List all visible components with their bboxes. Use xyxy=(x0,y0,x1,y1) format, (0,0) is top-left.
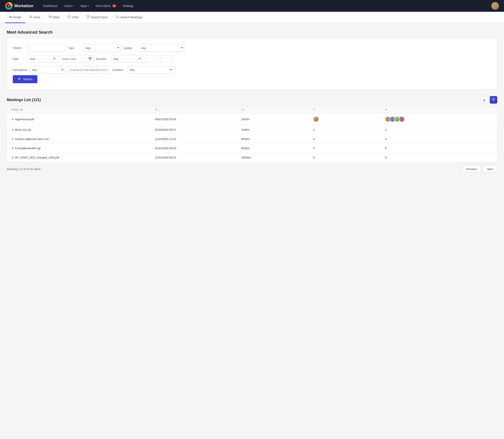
tab-gmail-label: Gmail xyxy=(13,15,21,19)
logo[interactable]: ⚡ Workalizer xyxy=(5,2,33,10)
cell-quality-4: 5 xyxy=(313,147,385,150)
drive-icon xyxy=(29,15,32,19)
cell-title-2: 🖥 Book 1(1).xls xyxy=(11,128,155,131)
meetings-actions xyxy=(481,96,497,104)
participants-label: Participants xyxy=(13,68,27,72)
pagination-info: Showing 1 to 10 of 20 alerts xyxy=(7,168,41,171)
col-header-participants[interactable] xyxy=(385,109,493,111)
date-label: Date xyxy=(13,57,25,61)
tab-gmail[interactable]: ✉ Gmail xyxy=(5,12,25,23)
nav-label-docs-alerts: Docs Alerts xyxy=(96,4,111,8)
tab-meet[interactable]: Meet xyxy=(45,12,64,23)
meetings-section: Meetings List (121) TITLE / ID ↕ xyxy=(7,96,497,176)
date-picker-input[interactable] xyxy=(60,55,94,63)
nav-item-users[interactable]: Users ▾ xyxy=(61,2,77,9)
tab-chat[interactable]: Chat xyxy=(64,12,82,23)
next-button[interactable]: Next xyxy=(483,166,497,172)
type-select[interactable]: Any Meeting Webinar Call xyxy=(83,44,121,52)
download-button[interactable] xyxy=(481,96,488,104)
title-id-label: Title/ID xyxy=(13,47,25,49)
table-row[interactable]: 🖥 forward statement item 2.txt 11/13/202… xyxy=(7,134,497,144)
tab-drive-label: Drive xyxy=(34,15,41,19)
pagination-buttons: Previous Next xyxy=(462,166,497,172)
participants-anyone-input[interactable] xyxy=(68,66,110,73)
top-navigation: ⚡ Workalizer Dashboard Users ▾ Apps ▾ Do… xyxy=(0,0,504,12)
duration-to-input[interactable]: 60 xyxy=(160,55,173,63)
logo-text: Workalizer xyxy=(14,4,33,8)
cell-quality-2: 3 xyxy=(313,128,385,131)
file-icon-1: 🖥 xyxy=(11,118,14,121)
search-button[interactable]: 🔍 Search xyxy=(13,75,37,83)
filter-button[interactable] xyxy=(490,96,497,104)
table-header: TITLE / ID ↕ ↕ xyxy=(7,106,497,113)
date-select[interactable]: Any Today Yesterday Last 7 Days Last 30 … xyxy=(28,55,57,63)
cell-duration-2: 1h00m xyxy=(241,128,313,131)
table-row[interactable]: 🖥 legal-tenure.pdf 06/07/2020 03:34 1h55… xyxy=(7,113,497,125)
nav-links: Dashboard Users ▾ Apps ▾ Docs Alerts 4 S… xyxy=(40,2,492,9)
duration-from-input[interactable]: 0 xyxy=(145,55,158,63)
gmail-icon: ✉ xyxy=(9,15,12,19)
table-row[interactable]: 🖥 DF_ASKD_UED_changed_2393.pdf 11/01/202… xyxy=(7,153,497,162)
tab-chat-label: Chat xyxy=(72,15,78,19)
activities-select[interactable]: Any Screen Share Recording Chat xyxy=(128,66,174,73)
meetings-title: Meetings List (121) xyxy=(7,98,41,102)
quality-select[interactable]: Any High Medium Low xyxy=(139,44,185,52)
tab-search-docs[interactable]: Search Docs xyxy=(82,12,112,23)
search-button-icon: 🔍 xyxy=(18,78,22,81)
duration-select[interactable]: Any < 30m 30m-1h 1h-2h > 2h xyxy=(111,55,143,63)
cell-participants-1 xyxy=(385,116,493,122)
type-label: Type xyxy=(68,47,81,49)
chat-icon xyxy=(68,15,71,19)
users-arrow-icon: ▾ xyxy=(73,5,74,7)
search-row-3: Participants Any 1 2-5 6-10 10+ Activiti… xyxy=(13,66,491,73)
cell-start-4: 01/21/2020 09:33 xyxy=(155,147,241,150)
file-icon-4: 🖥 xyxy=(11,147,14,150)
cell-participants-5: 5 xyxy=(385,156,493,159)
docs-alerts-badge: 4 xyxy=(112,4,116,7)
cell-start-1: 06/07/2020 03:34 xyxy=(155,118,241,121)
cell-participants-2: 3 xyxy=(385,128,493,131)
nav-item-dashboard[interactable]: Dashboard xyxy=(40,2,60,9)
col-header-quality[interactable] xyxy=(313,109,385,111)
tab-search-meetings[interactable]: Search Meetings xyxy=(112,12,147,23)
user-avatar[interactable] xyxy=(492,2,499,10)
title-id-input[interactable] xyxy=(28,44,66,52)
col-header-duration[interactable]: ↕ xyxy=(241,109,313,111)
svg-point-2 xyxy=(117,15,118,17)
nav-label-settings: Settings xyxy=(123,4,134,8)
svg-marker-5 xyxy=(492,98,495,101)
tab-drive[interactable]: Drive xyxy=(25,12,45,23)
tab-search-docs-label: Search Docs xyxy=(91,15,108,19)
cell-duration-5: 10h00m xyxy=(241,156,313,159)
nav-label-dashboard: Dashboard xyxy=(43,4,58,8)
nav-item-settings[interactable]: Settings xyxy=(120,2,137,9)
search-button-label: Search xyxy=(23,78,32,81)
pagination-bar: Showing 1 to 10 of 20 alerts Previous Ne… xyxy=(7,162,497,176)
col-header-title: TITLE / ID xyxy=(11,109,155,111)
search-row-1: Title/ID Type Any Meeting Webinar Call Q… xyxy=(13,44,491,52)
search-section-title: Meet Advanced Search xyxy=(7,30,497,35)
main-content: Meet Advanced Search Title/ID Type Any M… xyxy=(0,23,504,438)
cell-start-5: 11/01/2020 09:12 xyxy=(155,156,241,159)
cell-title-5: 🖥 DF_ASKD_UED_changed_2393.pdf xyxy=(11,156,155,159)
nav-label-apps: Apps xyxy=(81,4,87,8)
cell-quality-5: 5 xyxy=(313,156,385,159)
search-meetings-icon xyxy=(116,15,119,19)
table-row[interactable]: 🖥 Book 1(1).xls 01/28/2020 08:27 1h00m 3… xyxy=(7,125,497,134)
cell-quality-3: 4 xyxy=(313,137,385,141)
previous-button[interactable]: Previous xyxy=(462,166,481,172)
cell-title-4: 🖥 FunnyMemeOMG.gif xyxy=(11,147,155,150)
nav-label-users: Users xyxy=(64,4,72,8)
nav-item-docs-alerts[interactable]: Docs Alerts 4 xyxy=(93,2,119,9)
tab-meet-label: Meet xyxy=(53,15,59,19)
participants-select[interactable]: Any 1 2-5 6-10 10+ xyxy=(30,66,65,73)
col-header-start[interactable]: ↕ xyxy=(155,109,241,111)
tabs-bar: ✉ Gmail Drive Meet Chat Search Docs Sear… xyxy=(0,12,504,23)
meetings-header: Meetings List (121) xyxy=(7,96,497,104)
search-panel: Title/ID Type Any Meeting Webinar Call Q… xyxy=(7,38,497,89)
table-row[interactable]: 🖥 FunnyMemeOMG.gif 01/21/2020 09:33 5h20… xyxy=(7,144,497,153)
nav-item-apps[interactable]: Apps ▾ xyxy=(78,2,92,9)
logo-icon: ⚡ xyxy=(5,2,12,10)
search-docs-icon xyxy=(87,15,90,19)
avatar-image xyxy=(492,2,499,10)
